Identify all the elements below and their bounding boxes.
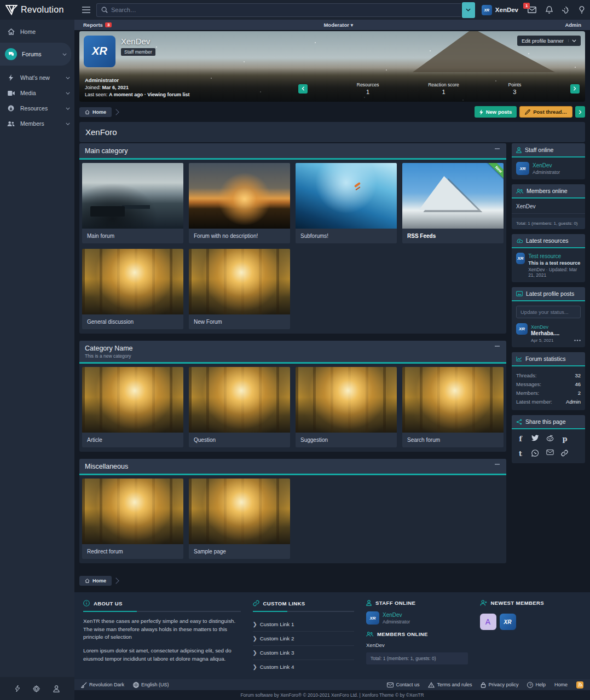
home-link[interactable]: Home <box>554 682 568 687</box>
category-title[interactable]: Category Name <box>85 345 494 352</box>
help-link[interactable]: ? Help <box>527 682 546 688</box>
breadcrumb-home[interactable]: Home <box>79 107 112 117</box>
moderator-dropdown[interactable]: Moderator ▾ <box>112 22 565 28</box>
footer-member-link[interactable]: XenDev <box>366 642 385 648</box>
forum-card-no-description[interactable]: Forum with no description! <box>189 163 290 243</box>
facebook-icon[interactable]: f <box>517 435 524 443</box>
forum-card-label[interactable]: Forum with no description! <box>189 229 290 243</box>
whats-new-shortcut-icon[interactable] <box>15 685 20 692</box>
chevron-down-icon[interactable] <box>62 53 67 56</box>
language-chooser[interactable]: English (US) <box>133 682 169 688</box>
staff-user-link[interactable]: XenDev <box>533 162 552 168</box>
chevron-down-icon[interactable] <box>66 92 70 95</box>
edit-profile-banner-button[interactable]: Edit profile banner <box>517 36 581 46</box>
alerts-button[interactable] <box>546 6 553 14</box>
forum-card-label[interactable]: Search forum <box>402 433 504 447</box>
footer-staff-user-link[interactable]: XenDev <box>383 612 402 618</box>
forum-card-label[interactable]: Main forum <box>82 229 183 243</box>
forum-card-label[interactable]: Suggestion <box>296 433 397 447</box>
actions-more-button[interactable] <box>575 106 585 118</box>
category-title[interactable]: Miscellaneous <box>85 463 494 470</box>
forum-card-general-discussion[interactable]: General discussion <box>82 249 183 329</box>
forum-card-label[interactable]: Sample page <box>189 544 290 559</box>
reddit-icon[interactable] <box>546 435 554 443</box>
newest-member-avatar-xendev[interactable]: XR <box>500 614 516 630</box>
resource-link[interactable]: Test resource <box>528 253 561 259</box>
forum-card-label[interactable]: Redirect forum <box>82 544 183 559</box>
forum-card-label[interactable]: Subforums! <box>296 229 397 243</box>
forum-card-label[interactable]: Question <box>189 433 290 447</box>
chevron-down-icon[interactable] <box>66 122 70 125</box>
hamburger-menu-icon[interactable] <box>79 3 93 17</box>
sidebar-item-resources[interactable]: Resources <box>0 101 74 116</box>
reports-link[interactable]: Reports 3 <box>83 22 112 28</box>
chevron-down-icon[interactable] <box>66 77 70 79</box>
account-menu[interactable]: XR XenDev <box>482 5 518 15</box>
forum-card-main-forum[interactable]: Main forum <box>82 163 183 243</box>
member-online-link[interactable]: XenDev <box>516 203 536 209</box>
forum-card-sample-page[interactable]: Sample page <box>189 479 290 559</box>
contact-us-link[interactable]: Contact us <box>387 682 419 687</box>
custom-link-2[interactable]: ❯Custom Link 2 <box>253 632 355 646</box>
admin-link[interactable]: Admin <box>565 22 581 28</box>
new-posts-button[interactable]: New posts <box>475 106 517 118</box>
sidebar-item-home[interactable]: Home <box>0 24 74 39</box>
sidebar-item-media[interactable]: Media <box>0 85 74 101</box>
forum-card-label[interactable]: Article <box>82 433 183 447</box>
privacy-link[interactable]: Privacy policy <box>481 682 518 688</box>
custom-link-3[interactable]: ❯Custom Link 3 <box>253 646 355 660</box>
pinterest-icon[interactable]: p <box>561 435 569 443</box>
link-share-icon[interactable] <box>561 450 569 458</box>
chevron-down-icon[interactable] <box>568 39 576 42</box>
style-chooser[interactable]: Revolution Dark <box>81 682 124 688</box>
collapse-icon[interactable] <box>494 463 501 466</box>
avatar[interactable]: XR <box>516 253 525 264</box>
forum-card-label[interactable]: New Forum <box>189 314 290 329</box>
tumblr-icon[interactable]: t <box>517 450 524 458</box>
avatar[interactable]: XR <box>366 611 379 625</box>
profile-username[interactable]: XenDev <box>121 37 155 46</box>
forum-card-suggestion[interactable]: Suggestion <box>296 367 397 447</box>
newest-member-avatar-a[interactable]: A <box>480 614 496 630</box>
custom-link-1[interactable]: ❯Custom Link 1 <box>253 617 355 632</box>
search-input[interactable] <box>111 7 456 13</box>
stats-prev-button[interactable] <box>298 84 308 94</box>
sidebar-item-forums[interactable]: Forums <box>0 43 71 66</box>
gear-icon[interactable] <box>33 685 40 692</box>
twitter-icon[interactable] <box>531 435 539 443</box>
breadcrumb-home-bottom[interactable]: Home <box>79 576 112 586</box>
sidebar-item-members[interactable]: Members <box>0 116 74 131</box>
brand-logo[interactable]: Revolution <box>0 4 76 15</box>
forum-card-label[interactable]: RSS Feeds <box>402 229 504 243</box>
forum-card-article[interactable]: Article <box>82 367 183 447</box>
forum-card-question[interactable]: Question <box>189 367 290 447</box>
inbox-button[interactable]: 1 <box>528 7 536 13</box>
profile-avatar[interactable]: XR <box>84 36 115 67</box>
profile-post-author[interactable]: XenDev <box>531 324 548 330</box>
search-options-dropdown[interactable] <box>462 2 475 18</box>
forum-card-subforums[interactable]: Subforums! <box>296 163 397 243</box>
forum-card-label[interactable]: General discussion <box>82 314 183 329</box>
style-toggle-button[interactable] <box>579 6 585 14</box>
category-title[interactable]: Main category <box>85 147 494 155</box>
terms-link[interactable]: Terms and rules <box>428 682 472 688</box>
whatsapp-icon[interactable] <box>531 450 539 458</box>
status-update-input[interactable] <box>516 306 581 318</box>
collapse-icon[interactable] <box>494 147 501 150</box>
latest-member-link[interactable]: Admin <box>566 399 581 405</box>
avatar[interactable]: XR <box>516 323 528 335</box>
account-shortcut-icon[interactable] <box>53 685 60 692</box>
forum-card-rss-feeds[interactable]: New RSS Feeds <box>402 163 504 243</box>
theme-button[interactable] <box>562 7 570 14</box>
rss-icon[interactable] <box>576 681 583 689</box>
ellipsis-menu-icon[interactable] <box>574 340 581 341</box>
email-share-icon[interactable] <box>546 450 554 458</box>
chevron-down-icon[interactable] <box>66 107 70 110</box>
forum-card-new-forum[interactable]: New Forum <box>189 249 290 329</box>
sidebar-item-whats-new[interactable]: What's new <box>0 70 74 85</box>
stats-next-button[interactable] <box>570 84 580 94</box>
avatar[interactable]: XR <box>516 162 529 175</box>
post-thread-button[interactable]: Post thread… <box>519 106 572 118</box>
collapse-icon[interactable] <box>494 345 501 348</box>
profile-post-item[interactable]: XR XenDev Merhaba.... Apr 5, 2021 <box>516 323 581 343</box>
